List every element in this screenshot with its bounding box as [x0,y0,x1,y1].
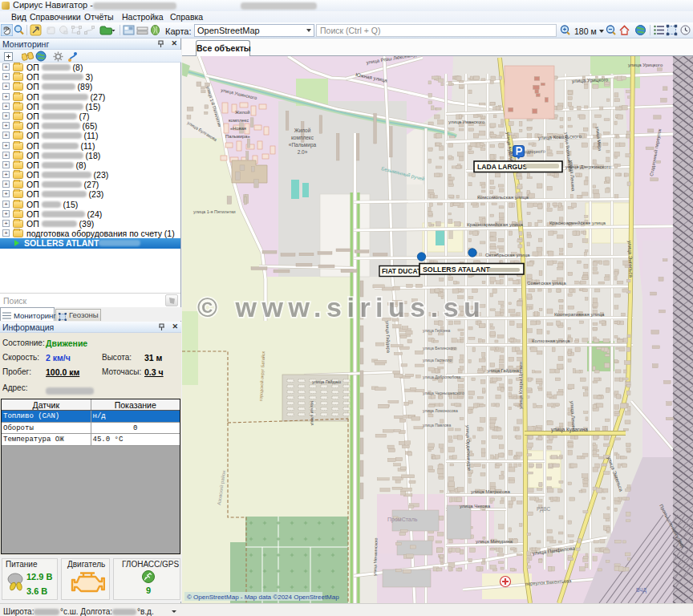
svg-text:улица Герцена: улица Герцена [423,328,450,333]
svg-text:Комсомольская улица: Комсомольская улица [477,194,529,200]
svg-text:улица Кулагина: улица Кулагина [551,427,588,433]
svg-text:улица Матросова: улица Матросова [471,489,510,494]
svg-text:ПромСталь: ПромСталь [387,517,418,523]
svg-text:Красноармейская улица: Красноармейская улица [549,220,606,225]
svg-text:улица Гайдаш: улица Гайдаш [312,379,342,384]
svg-text:ВЧД: ВЧД [636,587,646,594]
svg-text:Советская улица: Советская улица [527,280,566,286]
svg-text:Пальмира»: Пальмира» [225,134,250,139]
svg-text:улица Уманского: улица Уманского [448,120,484,124]
svg-text:Жилой: Жилой [235,110,250,115]
svg-text:Кооперативная улица: Кооперативная улица [554,311,605,317]
svg-text:© OpenStreetMap - Map data ©20: © OpenStreetMap - Map data ©2024 OpenStr… [187,594,339,601]
svg-text:улица Мичурина: улица Мичурина [476,539,513,544]
svg-text:улица Урицкого: улица Урицкого [628,63,663,67]
svg-text:комплекс: комплекс [291,135,314,140]
svg-text:2.0»: 2.0» [298,149,308,155]
svg-text:улица Чехова: улица Чехова [460,504,491,509]
svg-text:улица Клары Цеткин: улица Клары Цеткин [517,362,523,409]
svg-text:Октябрьская улица: Октябрьская улица [485,252,530,257]
svg-text:улица Ломоносова: улица Ломоносова [423,408,458,413]
svg-text:Жилой: Жилой [294,128,311,133]
svg-text:улица 1-я Пятилетки: улица 1-я Пятилетки [193,209,236,214]
svg-text:FIAT DUCAT: FIAT DUCAT [382,267,422,275]
svg-text:LADA LARGUS: LADA LARGUS [477,163,527,171]
svg-text:SOLLERS ATALANT: SOLLERS ATALANT [423,265,491,274]
svg-text:улица Добролюбова: улица Добролюбова [423,375,461,379]
svg-text:улица Гайдина: улица Гайдина [487,368,520,373]
svg-text:«Пальмира: «Пальмира [289,142,317,148]
svg-text:улица Павлова: улица Павлова [423,423,451,428]
svg-text:улица Чернышевского: улица Чернышевского [423,391,464,395]
svg-text:Малая улица: Малая улица [310,401,315,426]
svg-text:«Новая: «Новая [230,126,246,131]
svg-text:РДВС: РДВС [537,506,550,513]
svg-text:Колхозная улица: Колхозная улица [532,338,570,343]
svg-text:Красноармейская улица: Красноармейская улица [467,221,523,227]
svg-text:улица Гастелло: улица Гастелло [423,358,452,363]
svg-text:улица Белинского: улица Белинского [423,346,456,351]
svg-text:комплекс: комплекс [229,118,249,123]
svg-text:© www.sirius.su: © www.sirius.su [197,292,485,322]
